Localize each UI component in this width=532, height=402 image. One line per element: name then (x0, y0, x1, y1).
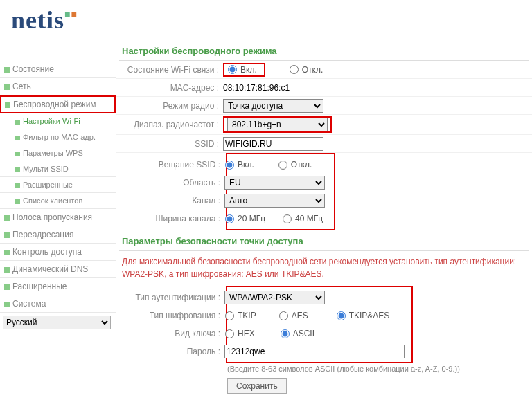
language-select[interactable]: Русский (3, 316, 111, 329)
security-section-title: Параметры безопасности точки доступа (119, 230, 529, 251)
header: netis■■ (0, 0, 532, 40)
wifi-on-radio[interactable] (228, 65, 237, 74)
enc-aes-radio[interactable] (279, 311, 288, 320)
wifi-state-label: Состояние Wi-Fi связи : (119, 65, 223, 75)
broadcast-label: Вещание SSID : (121, 160, 224, 170)
enc-aes-label: AES (292, 311, 308, 320)
width-20-label: 20 МГц (238, 214, 265, 223)
region-label: Область : (121, 178, 224, 188)
keytype-label: Вид ключа : (121, 329, 224, 338)
sidebar-item-14[interactable]: Система (0, 295, 116, 313)
key-ascii-radio[interactable] (281, 329, 290, 338)
width-40-label: 40 МГц (295, 214, 323, 223)
password-input[interactable] (224, 345, 405, 358)
key-ascii-label: ASCII (293, 329, 314, 338)
highlight-wifi-on: Вкл. (223, 63, 265, 77)
sidebar-item-11[interactable]: Контроль доступа (0, 244, 116, 261)
ssid-label: SSID : (119, 139, 223, 149)
sidebar-item-13[interactable]: Расширенные (0, 278, 116, 295)
wireless-section-title: Настройки беспроводного режима (119, 40, 529, 61)
sidebar-item-6[interactable]: Мульти SSID (0, 161, 116, 177)
auth-select[interactable]: WPA/WPA2-PSK (224, 291, 325, 304)
broadcast-on-label: Вкл. (238, 160, 254, 170)
enc-tkip-label: TKIP (238, 311, 256, 320)
broadcast-on-radio[interactable] (225, 161, 234, 170)
auth-label: Тип аутентификации : (121, 293, 224, 302)
sidebar-item-7[interactable]: Расширенные (0, 177, 116, 193)
sidebar-item-1[interactable]: Сеть (0, 78, 116, 95)
sidebar-item-3[interactable]: Настройки Wi-Fi (0, 113, 116, 129)
width-label: Ширина канала : (121, 214, 224, 223)
main-panel: Настройки беспроводного режима Состояние… (116, 40, 532, 401)
mac-value: 08:10:17:81:96:c1 (223, 83, 290, 93)
key-hex-radio[interactable] (225, 329, 234, 338)
broadcast-off-radio[interactable] (278, 161, 287, 170)
enc-tkipaes-label: TKIP&AES (349, 311, 390, 320)
region-select[interactable]: EU (224, 176, 325, 190)
enc-tkip-radio[interactable] (225, 311, 234, 320)
ssid-input[interactable] (223, 137, 323, 151)
sidebar-item-5[interactable]: Параметры WPS (0, 145, 116, 161)
sidebar-item-8[interactable]: Список клиентов (0, 193, 116, 209)
broadcast-off-label: Откл. (291, 160, 312, 170)
sidebar-item-12[interactable]: Динамический DNS (0, 261, 116, 278)
security-note: Для максимальной безопасности беспроводн… (116, 251, 532, 284)
wifi-off-label: Откл. (302, 65, 323, 75)
wifi-off-radio[interactable] (290, 65, 299, 74)
sidebar-item-4[interactable]: Фильтр по MAC-адр. (0, 129, 116, 145)
enc-tkipaes-radio[interactable] (337, 311, 346, 320)
band-label: Диапаз. радиочастот : (119, 120, 223, 129)
width-20-radio[interactable] (225, 214, 234, 223)
save-button[interactable]: Сохранить (227, 378, 287, 394)
mac-label: MAC-адрес : (119, 83, 223, 93)
mode-label: Режим радио : (119, 101, 223, 111)
enc-label: Тип шифрования : (121, 311, 224, 320)
key-hex-label: HEX (238, 329, 255, 338)
password-hint: (Введите 8-63 символов ASCII (любые комб… (116, 365, 532, 373)
sidebar-item-9[interactable]: Полоса пропускания (0, 209, 116, 226)
sidebar-item-2[interactable]: Беспроводной режим (0, 95, 116, 113)
wifi-on-label: Вкл. (240, 65, 257, 75)
channel-label: Канал : (121, 196, 224, 205)
width-40-radio[interactable] (283, 214, 292, 223)
sidebar-item-10[interactable]: Переадресация (0, 226, 116, 244)
channel-select[interactable]: Авто (224, 194, 325, 208)
sidebar: СостояниеСетьБеспроводной режимНастройки… (0, 40, 116, 401)
band-select[interactable]: 802.11b+g+n (227, 118, 328, 131)
pass-label: Пароль : (121, 347, 224, 356)
brand-logo: netis■■ (11, 6, 78, 34)
sidebar-item-0[interactable]: Состояние (0, 61, 116, 78)
mode-select[interactable]: Точка доступа (223, 99, 323, 113)
